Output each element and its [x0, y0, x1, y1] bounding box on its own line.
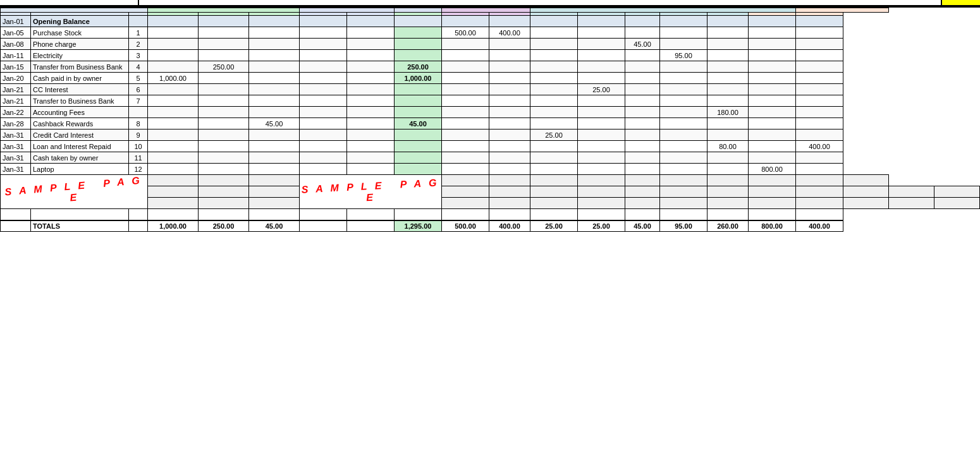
table-cell — [442, 118, 489, 129]
table-cell — [530, 152, 578, 164]
totals-cell: 400.00 — [796, 220, 843, 232]
table-cell: 25.00 — [578, 84, 625, 95]
table-cell — [395, 84, 442, 95]
table-cell — [395, 16, 442, 27]
totals-cell: 25.00 — [578, 220, 625, 232]
sample-empty-cell — [249, 198, 300, 209]
business-label — [139, 0, 941, 6]
totals-cell: 45.00 — [625, 220, 660, 232]
table-cell — [300, 129, 347, 141]
table-cell: Transfer to Business Bank — [31, 95, 129, 107]
sample-empty-cell — [249, 186, 300, 198]
table-cell: 80.00 — [707, 141, 749, 152]
sample-empty-cell — [843, 198, 889, 209]
table-cell: Accounting Fees — [31, 107, 129, 118]
table-cell — [578, 141, 625, 152]
table-cell — [489, 84, 530, 95]
table-cell — [249, 164, 300, 175]
totals-cell: 250.00 — [199, 220, 249, 232]
table-cell — [442, 61, 489, 73]
table-row: Jan-31Loan and Interest Repaid1080.00400… — [1, 141, 980, 152]
table-cell — [489, 107, 530, 118]
empty-cell — [249, 209, 300, 220]
table-cell: Jan-28 — [1, 118, 31, 129]
table-cell — [660, 16, 707, 27]
table-cell — [148, 164, 199, 175]
table-cell — [749, 84, 796, 95]
table-cell — [442, 84, 489, 95]
table-row: Jan-20Cash paid in by owner51,000.001,00… — [1, 73, 980, 84]
table-cell — [489, 61, 530, 73]
table-cell — [749, 107, 796, 118]
totals-cell: 25.00 — [530, 220, 578, 232]
table-row: Jan-05Purchase Stock1500.00400.00 — [1, 27, 980, 39]
table-cell — [796, 164, 843, 175]
sample-empty-cell — [660, 186, 707, 198]
table-cell — [625, 16, 660, 27]
sample-empty-cell — [199, 175, 249, 186]
group-income — [300, 8, 395, 13]
table-cell — [660, 118, 707, 129]
group-other-funds — [148, 8, 300, 13]
table-cell — [489, 164, 530, 175]
table-cell — [489, 141, 530, 152]
table-cell — [578, 118, 625, 129]
table-cell — [148, 39, 199, 50]
table-cell — [707, 118, 749, 129]
table-cell — [395, 164, 442, 175]
group-income-total — [395, 8, 442, 13]
table-cell — [148, 16, 199, 27]
table-cell — [578, 27, 625, 39]
table-cell: 2 — [129, 39, 148, 50]
table-cell: 500.00 — [442, 27, 489, 39]
empty-cell — [442, 209, 489, 220]
table-cell: 800.00 — [749, 164, 796, 175]
sample-empty-cell — [578, 175, 625, 186]
empty-cell — [395, 209, 442, 220]
table-cell: Cashback Rewards — [31, 118, 129, 129]
table-cell — [300, 107, 347, 118]
table-cell — [489, 39, 530, 50]
table-cell — [395, 27, 442, 39]
table-cell — [249, 16, 300, 27]
table-cell — [442, 16, 489, 27]
sample-empty-cell — [148, 175, 199, 186]
table-cell — [660, 107, 707, 118]
table-cell — [530, 164, 578, 175]
table-row: Jan-11Electricity395.00 — [1, 50, 980, 61]
table-cell — [578, 39, 625, 50]
table-cell — [199, 118, 249, 129]
table-cell — [625, 84, 660, 95]
table-cell: 1,000.00 — [148, 73, 199, 84]
table-cell — [347, 84, 395, 95]
table-cell — [625, 61, 660, 73]
table-cell: 400.00 — [489, 27, 530, 39]
table-cell — [300, 164, 347, 175]
group-other-funds2 — [796, 8, 889, 13]
totals-cell: 400.00 — [489, 220, 530, 232]
table-cell — [199, 84, 249, 95]
sample-empty-cell — [442, 186, 489, 198]
table-cell — [796, 84, 843, 95]
table-cell: CC Interest — [31, 84, 129, 95]
table-cell — [489, 118, 530, 129]
table-cell: 7 — [129, 95, 148, 107]
table-cell: Jan-21 — [1, 95, 31, 107]
table-cell — [749, 129, 796, 141]
table-cell: Jan-05 — [1, 27, 31, 39]
table-cell — [395, 152, 442, 164]
table-cell: Electricity — [31, 50, 129, 61]
table-cell — [530, 27, 578, 39]
table-cell — [347, 73, 395, 84]
empty-cell — [749, 209, 796, 220]
sample-empty-cell — [796, 186, 843, 198]
table-cell — [796, 118, 843, 129]
table-cell — [148, 118, 199, 129]
table-row: Jan-21Transfer to Business Bank7 — [1, 95, 980, 107]
table-cell — [749, 141, 796, 152]
table-cell — [347, 16, 395, 27]
table-cell — [489, 95, 530, 107]
empty-cell — [530, 209, 578, 220]
table-cell — [148, 95, 199, 107]
empty-cell — [300, 209, 347, 220]
